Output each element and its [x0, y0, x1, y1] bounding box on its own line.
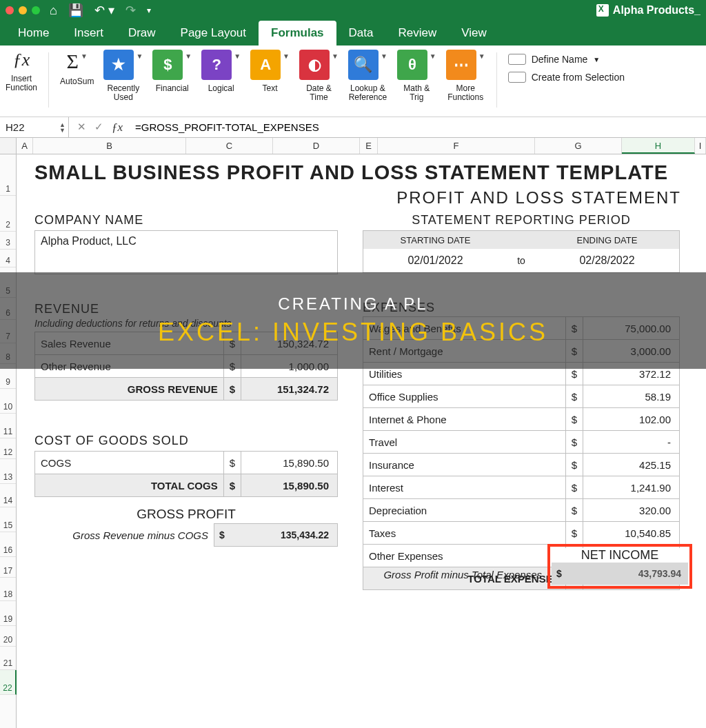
- row-header-17[interactable]: 17: [0, 557, 16, 578]
- create-from-selection-button[interactable]: Create from Selection: [508, 72, 625, 83]
- more-functions-button[interactable]: ⋯▼ More Functions: [446, 50, 485, 113]
- row-header-20[interactable]: 20: [0, 626, 16, 647]
- table-row[interactable]: Insurance$425.15: [363, 454, 680, 476]
- col-header-B[interactable]: B: [33, 138, 186, 154]
- clock-icon: ◐: [299, 50, 330, 80]
- recently-used-button[interactable]: ★▼ Recently Used: [103, 50, 143, 113]
- row-header-4[interactable]: 4: [0, 250, 16, 267]
- row-headers: 12345678910111213141516171819202122: [0, 154, 17, 728]
- formula-input[interactable]: [131, 117, 706, 137]
- worksheet[interactable]: SMALL BUSINESS PROFIT AND LOSS STATEMENT…: [17, 154, 706, 728]
- financial-label: Financial: [156, 84, 189, 93]
- fx-icon[interactable]: ƒx: [112, 121, 123, 134]
- minimize-icon[interactable]: [19, 6, 27, 14]
- name-box[interactable]: H22 ▲▼: [0, 117, 69, 137]
- row-header-10[interactable]: 10: [0, 389, 16, 414]
- col-header-C[interactable]: C: [186, 138, 273, 154]
- tab-home[interactable]: Home: [6, 21, 61, 46]
- row-header-18[interactable]: 18: [0, 578, 16, 601]
- gross-profit-heading: GROSS PROFIT: [34, 507, 338, 522]
- date-time-button[interactable]: ◐▼ Date & Time: [299, 50, 339, 113]
- tab-draw[interactable]: Draw: [116, 21, 168, 46]
- net-income-box: NET INCOME $43,793.94: [547, 544, 692, 589]
- page-title: SMALL BUSINESS PROFIT AND LOSS STATEMENT…: [34, 161, 706, 184]
- document-title: Alpha Products_: [596, 4, 700, 17]
- col-header-H[interactable]: H: [622, 138, 695, 154]
- row-header-12[interactable]: 12: [0, 438, 16, 459]
- autosum-label: AutoSum: [60, 77, 94, 86]
- page-subtitle: PROFIT AND LOSS STATEMENT: [34, 188, 706, 208]
- tab-formulas[interactable]: Formulas: [259, 21, 336, 46]
- lookup-label: Lookup & Reference: [349, 84, 387, 102]
- row-header-16[interactable]: 16: [0, 532, 16, 557]
- table-row[interactable]: Internet & Phone$102.00: [363, 408, 680, 431]
- table-row[interactable]: Office Supplies$58.19: [363, 385, 680, 408]
- name-box-stepper[interactable]: ▲▼: [59, 122, 65, 133]
- home-icon[interactable]: ⌂: [50, 3, 57, 18]
- zoom-icon[interactable]: [32, 6, 40, 14]
- start-date-cell[interactable]: 02/01/2022: [363, 254, 507, 267]
- table-row[interactable]: Travel$-: [363, 431, 680, 454]
- row-header-11[interactable]: 11: [0, 414, 16, 438]
- define-name-button[interactable]: Define Name ▼: [508, 54, 625, 65]
- lookup-button[interactable]: 🔍▼ Lookup & Reference: [348, 50, 387, 113]
- table-row[interactable]: COGS$15,890.50: [35, 452, 338, 474]
- gross-profit-cell[interactable]: $135,434.22: [214, 523, 338, 547]
- tab-review[interactable]: Review: [385, 21, 449, 46]
- row-header-3[interactable]: 3: [0, 232, 16, 250]
- col-header-E[interactable]: E: [360, 138, 378, 154]
- table-row[interactable]: Interest$1,241.90: [363, 476, 680, 499]
- row-header-1[interactable]: 1: [0, 154, 16, 196]
- row-header-2[interactable]: 2: [0, 196, 16, 232]
- row-header-15[interactable]: 15: [0, 507, 16, 532]
- enter-icon[interactable]: ✓: [94, 121, 103, 134]
- end-date-cell[interactable]: 02/28/2022: [535, 254, 679, 267]
- table-row[interactable]: Depreciation$320.00: [363, 499, 680, 522]
- row-header-22[interactable]: 22: [0, 670, 17, 695]
- text-button[interactable]: A▼ Text: [250, 50, 290, 113]
- insert-function-label: Insert Function: [6, 74, 37, 92]
- close-icon[interactable]: [6, 6, 14, 14]
- col-header-D[interactable]: D: [273, 138, 360, 154]
- save-icon[interactable]: 💾: [68, 3, 83, 18]
- qat-customize-icon[interactable]: ▾: [147, 6, 151, 15]
- quick-access-toolbar: ⌂ 💾 ↶ ▾ ↷ ▾: [50, 3, 151, 18]
- col-header-G[interactable]: G: [535, 138, 622, 154]
- company-label: COMPANY NAME: [34, 213, 338, 228]
- row-header-14[interactable]: 14: [0, 484, 16, 507]
- insert-function-button[interactable]: ƒx Insert Function: [6, 50, 37, 113]
- company-name-cell[interactable]: Alpha Product, LLC: [34, 230, 338, 274]
- row-header-21[interactable]: 21: [0, 647, 16, 670]
- tab-page-layout[interactable]: Page Layout: [168, 21, 259, 46]
- gross-profit-caption: Gross Revenue minus COGS: [34, 529, 214, 541]
- undo-icon[interactable]: ↶ ▾: [94, 3, 114, 18]
- tab-data[interactable]: Data: [336, 21, 386, 46]
- overlay-line1: CREATING A PL: [278, 294, 427, 314]
- cancel-icon[interactable]: ✕: [77, 121, 86, 134]
- logical-label: Logical: [208, 84, 234, 93]
- logical-button[interactable]: ?▼ Logical: [201, 50, 241, 113]
- title-bar: ⌂ 💾 ↶ ▾ ↷ ▾ Alpha Products_: [0, 0, 706, 21]
- tab-view[interactable]: View: [449, 21, 499, 46]
- net-income-cell[interactable]: $43,793.94: [552, 563, 688, 585]
- text-label: Text: [263, 84, 278, 93]
- math-trig-button[interactable]: θ▼ Math & Trig: [397, 50, 436, 113]
- overlay-line2: EXCEL: INVESTING BASICS: [158, 318, 548, 347]
- net-income-heading: NET INCOME: [552, 548, 688, 563]
- excel-icon: [596, 4, 609, 17]
- tab-insert[interactable]: Insert: [61, 21, 116, 46]
- autosum-button[interactable]: Σ▼ AutoSum: [60, 50, 94, 113]
- defined-names-group: Define Name ▼ Create from Selection: [508, 50, 625, 83]
- col-header-I[interactable]: I: [695, 138, 706, 154]
- financial-button[interactable]: $▼ Financial: [152, 50, 192, 113]
- row-header-13[interactable]: 13: [0, 459, 16, 484]
- text-icon: A: [250, 50, 281, 80]
- select-all-button[interactable]: [0, 138, 17, 154]
- table-row[interactable]: Taxes$10,540.85: [363, 522, 680, 545]
- start-date-label: STARTING DATE: [363, 235, 507, 245]
- redo-icon[interactable]: ↷: [125, 3, 136, 18]
- col-header-F[interactable]: F: [378, 138, 535, 154]
- datetime-label: Date & Time: [306, 84, 332, 102]
- col-header-A[interactable]: A: [17, 138, 33, 154]
- row-header-19[interactable]: 19: [0, 601, 16, 626]
